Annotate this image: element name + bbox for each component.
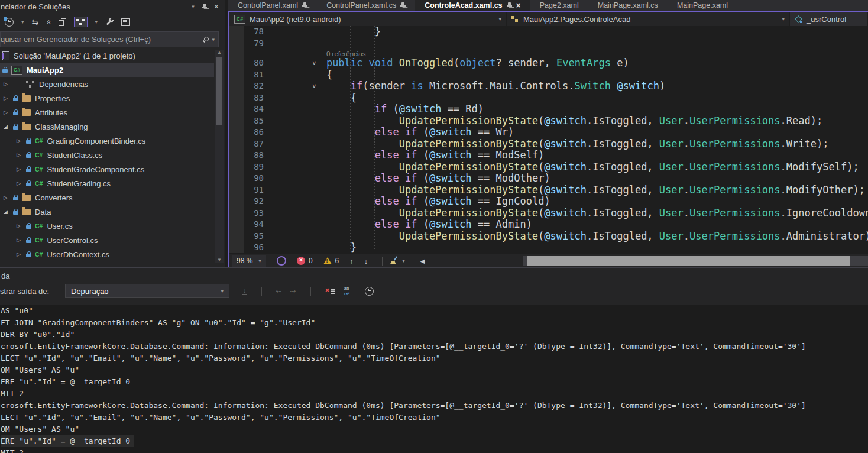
expand-arrow-icon[interactable]: ▷ — [17, 180, 26, 186]
warnings-indicator[interactable]: 6 — [323, 257, 339, 265]
tree-item-ClassManaging[interactable]: ◢ClassManaging — [0, 119, 214, 134]
tree-item-StudentGradeComponent.cs[interactable]: ▷C#StudentGradeComponent.cs — [0, 162, 214, 176]
tree-item-Data[interactable]: ◢Data — [0, 205, 214, 219]
collapse-arrow-icon[interactable]: ◢ — [4, 124, 13, 130]
next-message-icon[interactable]: ⇢ — [290, 287, 296, 295]
next-issue-button[interactable]: ↓ — [364, 257, 368, 266]
tree-item-Solução 'MauiApp2' (1 de 1 projeto)[interactable]: Solução 'MauiApp2' (1 de 1 projeto) — [0, 48, 214, 63]
expand-arrow-icon[interactable]: ▷ — [17, 138, 26, 144]
line-number: 82 — [245, 80, 264, 92]
code-line-80[interactable]: 80∨ public void OnToggled(object? sender… — [229, 57, 868, 69]
scrollbar-thumb[interactable] — [527, 256, 850, 266]
toggle-output-icon[interactable]: ↓ — [242, 287, 247, 295]
code-cleanup-button[interactable]: ▾ — [390, 257, 405, 265]
health-indicator-icon[interactable] — [277, 256, 286, 266]
code-line-90[interactable]: 90 else if (@switch == ModOther) — [229, 173, 868, 185]
tree-item-User.cs[interactable]: ▷C#User.cs — [0, 219, 214, 233]
pin-icon[interactable] — [400, 2, 406, 9]
tab-ControleAcad.xaml.cs[interactable]: ControleAcad.xaml.cs× — [415, 0, 530, 11]
code-line-91[interactable]: 91 UpdatePermissionByState(@switch.IsTog… — [229, 185, 868, 196]
expand-arrow-icon[interactable]: ▷ — [4, 109, 13, 115]
expand-arrow-icon[interactable]: ▷ — [17, 237, 26, 243]
member-dropdown[interactable]: _usrControl — [790, 12, 868, 26]
horizontal-scrollbar[interactable] — [523, 256, 868, 266]
code-line-86[interactable]: 86 else if (@switch == Wr) — [229, 127, 868, 138]
expand-arrow-icon[interactable]: ▷ — [17, 251, 26, 257]
close-icon[interactable]: × — [516, 2, 521, 9]
timestamp-icon[interactable] — [365, 287, 374, 296]
expand-arrow-icon[interactable]: ▷ — [17, 166, 26, 172]
pin-icon[interactable] — [507, 2, 512, 9]
code-line-87[interactable]: 87 UpdatePermissionByState(@switch.IsTog… — [229, 138, 868, 150]
code-line-94[interactable]: 94 else if (@switch == Admin) — [229, 219, 868, 231]
tree-item-UserControl.cs[interactable]: ▷C#UserControl.cs — [0, 233, 214, 247]
code-line-85[interactable]: 85 UpdatePermissionByState(@switch.IsTog… — [229, 115, 868, 127]
code-line-79[interactable]: 79 — [229, 38, 868, 50]
solution-tree-scrollbar[interactable]: ▲ ▼ — [215, 50, 224, 263]
tree-item-Converters[interactable]: ▷Converters — [0, 190, 214, 205]
code-line-82[interactable]: 82∨ if(sender is Microsoft.Maui.Controls… — [229, 80, 868, 92]
collapse-arrow-icon[interactable]: ◢ — [4, 209, 13, 215]
codelens-references[interactable]: 0 referências — [326, 50, 365, 58]
code-line-89[interactable]: 89 UpdatePermissionByState(@switch.IsTog… — [229, 161, 868, 173]
properties-icon[interactable] — [121, 18, 130, 26]
expand-arrow-icon[interactable]: ▷ — [17, 152, 26, 158]
chevron-down-icon[interactable]: ▾ — [212, 37, 215, 43]
scroll-up-arrow-icon[interactable]: ▲ — [215, 50, 224, 55]
code-line-96[interactable]: 96 } — [229, 242, 868, 253]
sync-with-active-document-button[interactable] — [74, 17, 88, 27]
output-text[interactable]: AS "u0"FT JOIN "GradingComponentBinders"… — [0, 305, 868, 453]
search-icon[interactable] — [203, 37, 209, 43]
tab-ControlPanel.xaml.cs[interactable]: ControlPanel.xaml.cs — [317, 0, 415, 11]
switch-views-icon[interactable]: ⇆ — [32, 17, 39, 27]
expand-arrow-icon[interactable]: ▷ — [4, 195, 13, 200]
history-icon[interactable] — [5, 18, 14, 27]
tree-item-Properties[interactable]: ▷Properties — [0, 91, 214, 105]
code-line-81[interactable]: 81 { — [229, 69, 868, 81]
output-source-dropdown[interactable]: Depuração ▾ — [65, 284, 229, 298]
tree-item-UserDbContext.cs[interactable]: ▷C#UserDbContext.cs — [0, 247, 214, 261]
solution-search-box[interactable]: quisar em Gerenciador de Soluções (Ctrl+… — [0, 31, 219, 47]
tree-item-StudentGrading.cs[interactable]: ▷C#StudentGrading.cs — [0, 176, 214, 190]
previous-message-icon[interactable]: ⇠ — [276, 287, 282, 295]
code-editor[interactable]: 78 }790 referências80∨ public void OnTog… — [229, 26, 868, 253]
tab-MainPage.xaml[interactable]: MainPage.xaml — [668, 0, 737, 11]
tree-item-GradingComponentBinder.cs[interactable]: ▷C#GradingComponentBinder.cs — [0, 134, 214, 148]
expand-arrow-icon[interactable]: ▷ — [17, 223, 26, 229]
tab-ControlPanel.xaml[interactable]: ControlPanel.xaml — [228, 0, 317, 11]
errors-indicator[interactable]: 0 — [297, 257, 313, 265]
tab-MainPage.xaml.cs[interactable]: MainPage.xaml.cs — [588, 0, 668, 11]
window-position-chevron-icon[interactable]: ▾ — [192, 4, 195, 9]
tree-item-MauiApp2[interactable]: C#MauiApp2 — [0, 63, 214, 77]
tree-item-Dependências[interactable]: ▷Dependências — [0, 77, 214, 91]
code-line-78[interactable]: 78 } — [229, 26, 868, 38]
code-line-95[interactable]: 95 UpdatePermissionByState(@switch.IsTog… — [229, 231, 868, 242]
code-line-93[interactable]: 93 UpdatePermissionByState(@switch.IsTog… — [229, 208, 868, 219]
clear-all-icon[interactable] — [325, 287, 335, 295]
scroll-down-arrow-icon[interactable]: ▼ — [215, 257, 224, 263]
word-wrap-icon[interactable] — [344, 287, 354, 295]
wrench-icon[interactable] — [105, 18, 114, 26]
type-dropdown[interactable]: MauiApp2.Pages.ControleAcad ▾ — [507, 12, 790, 26]
scroll-left-arrow-icon[interactable]: ◀ — [420, 258, 425, 264]
tree-item-StudentClass.cs[interactable]: ▷C#StudentClass.cs — [0, 148, 214, 162]
zoom-dropdown[interactable]: 98 % ▾ — [232, 255, 266, 267]
code-line-83[interactable]: 83 { — [229, 92, 868, 104]
chevron-down-icon[interactable]: ▾ — [21, 19, 24, 25]
expand-arrow-icon[interactable]: ▷ — [4, 81, 13, 87]
pin-icon[interactable] — [302, 2, 307, 9]
previous-issue-button[interactable]: ↑ — [349, 257, 354, 266]
code-line-88[interactable]: 88 else if (@switch == ModSelf) — [229, 150, 868, 161]
scrollbar-thumb[interactable] — [216, 57, 222, 125]
project-dropdown[interactable]: C# MauiApp2 (net9.0-android) ▾ — [229, 12, 507, 26]
chevron-down-icon[interactable]: ▾ — [95, 19, 98, 25]
tab-Page2.xaml[interactable]: Page2.xaml — [530, 0, 588, 11]
expand-arrow-icon[interactable]: ▷ — [4, 95, 13, 101]
pin-icon[interactable] — [202, 4, 207, 10]
show-all-files-icon[interactable] — [59, 18, 66, 26]
collapse-all-icon[interactable]: » — [44, 20, 53, 24]
code-line-92[interactable]: 92 else if (@switch == IgnCoold) — [229, 196, 868, 208]
code-line-84[interactable]: 84 if (@switch == Rd) — [229, 103, 868, 115]
close-icon[interactable]: × — [214, 2, 219, 11]
tree-item-Attributes[interactable]: ▷Attributes — [0, 105, 214, 119]
